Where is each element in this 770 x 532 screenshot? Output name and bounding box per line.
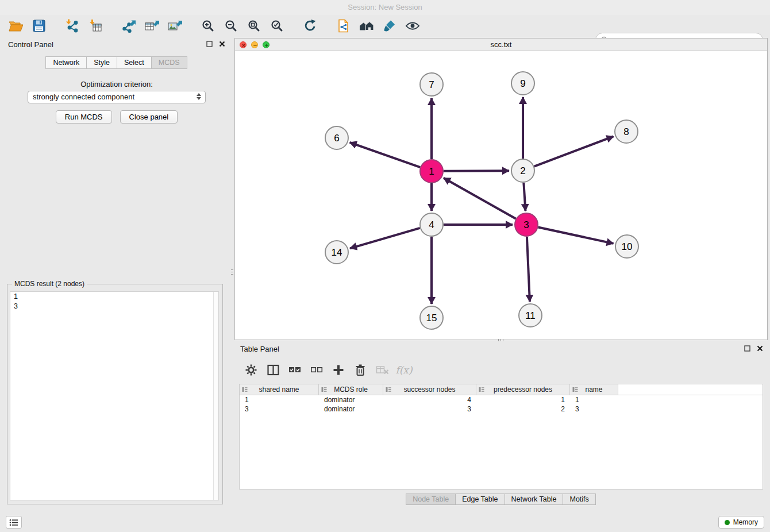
node-15[interactable]: 15: [420, 306, 443, 329]
table-cell: dominator: [319, 404, 383, 414]
gear-icon: [245, 364, 257, 376]
zoom-fit-button[interactable]: [242, 17, 265, 35]
svg-text:2: 2: [520, 165, 525, 176]
node-3[interactable]: 3: [515, 213, 538, 236]
node-8[interactable]: 8: [615, 120, 638, 143]
export-table-button[interactable]: [140, 17, 163, 35]
criterion-select[interactable]: strongly connected component: [28, 91, 206, 103]
edge-1-6[interactable]: [350, 142, 421, 167]
window-minimize-button[interactable]: [251, 41, 258, 48]
column-header-predecessor-nodes[interactable]: predecessor nodes: [476, 384, 570, 395]
import-table-button[interactable]: [84, 17, 107, 35]
home-icon: [359, 19, 375, 33]
table-toolbar: f(x): [242, 358, 413, 381]
edge-3-1[interactable]: [444, 178, 516, 219]
float-panel-icon[interactable]: [744, 345, 750, 352]
show-columns-button[interactable]: [264, 362, 282, 378]
table-row[interactable]: 1dominator411: [240, 395, 763, 404]
table-cell: 1: [476, 395, 570, 404]
memory-status-icon: [725, 520, 730, 525]
window-zoom-button[interactable]: [263, 41, 270, 48]
memory-label: Memory: [733, 518, 758, 526]
memory-button[interactable]: Memory: [718, 516, 764, 529]
network-canvas[interactable]: 7968124314101511: [235, 51, 768, 341]
tab-node-table[interactable]: Node Table: [406, 494, 456, 505]
tab-network[interactable]: Network: [45, 56, 87, 69]
float-panel-icon[interactable]: [206, 41, 213, 47]
column-header-shared-name[interactable]: shared name: [240, 384, 319, 395]
table-row[interactable]: 3dominator323: [240, 404, 763, 414]
node-1[interactable]: 1: [420, 160, 443, 183]
network-window: scc.txt 7968124314101511: [234, 38, 768, 340]
table-splitter-handle[interactable]: [493, 338, 508, 342]
plus-icon: [333, 364, 344, 376]
node-4[interactable]: 4: [420, 213, 443, 236]
refresh-icon: [303, 19, 318, 33]
import-network-button[interactable]: [61, 17, 84, 35]
tab-motifs[interactable]: Motifs: [563, 494, 595, 505]
close-panel-icon[interactable]: [219, 41, 225, 47]
close-panel-button[interactable]: Close panel: [120, 110, 178, 124]
function-builder-button: f(x): [395, 362, 413, 378]
column-header-name[interactable]: name: [570, 384, 618, 395]
node-7[interactable]: 7: [420, 73, 443, 96]
select-all-button[interactable]: [286, 362, 303, 378]
create-column-button[interactable]: [330, 362, 347, 378]
mcds-result-title: MCDS result (2 nodes): [12, 280, 87, 288]
result-item[interactable]: 1: [10, 292, 218, 302]
column-sort-icon: [572, 387, 578, 392]
zoom-fit-icon: [247, 19, 261, 33]
task-history-button[interactable]: [6, 516, 22, 529]
edge-2-8[interactable]: [534, 136, 614, 166]
zoom-in-button[interactable]: [197, 17, 220, 35]
export-network-button[interactable]: [117, 17, 140, 35]
table-cell: 3: [383, 404, 476, 414]
result-scrollbar[interactable]: [213, 292, 218, 500]
deselect-all-button[interactable]: [308, 362, 325, 378]
edge-3-11[interactable]: [527, 237, 530, 302]
tab-mcds[interactable]: MCDS: [151, 56, 187, 69]
edge-1-2[interactable]: [444, 171, 509, 171]
node-table: shared name MCDS role successor nodes pr…: [239, 384, 763, 489]
panel-splitter-handle[interactable]: [230, 264, 234, 279]
table-panel: Table Panel: [234, 342, 768, 508]
tab-edge-table[interactable]: Edge Table: [455, 494, 505, 505]
zoom-selected-button[interactable]: [265, 17, 288, 35]
node-6[interactable]: 6: [325, 126, 348, 149]
table-cell: 4: [383, 395, 476, 404]
node-2[interactable]: 2: [511, 159, 534, 182]
tab-select[interactable]: Select: [117, 56, 152, 69]
window-close-button[interactable]: [240, 41, 247, 48]
refresh-button[interactable]: [299, 17, 322, 35]
zoom-out-button[interactable]: [220, 17, 242, 35]
table-cell: dominator: [319, 395, 383, 404]
edge-3-10[interactable]: [538, 227, 614, 243]
delete-column-button[interactable]: [352, 362, 369, 378]
document-share-button[interactable]: [332, 17, 355, 35]
node-10[interactable]: 10: [615, 235, 638, 258]
apply-style-button[interactable]: [378, 17, 401, 35]
document-share-icon: [337, 19, 350, 33]
close-panel-icon[interactable]: [757, 345, 763, 352]
node-14[interactable]: 14: [325, 241, 348, 264]
eye-icon: [405, 19, 420, 33]
run-mcds-button[interactable]: Run MCDS: [56, 110, 112, 124]
node-9[interactable]: 9: [511, 72, 534, 95]
tab-network-table[interactable]: Network Table: [505, 494, 564, 505]
home-button[interactable]: [355, 17, 378, 35]
result-item[interactable]: 3: [10, 302, 218, 311]
tab-style[interactable]: Style: [86, 56, 117, 69]
export-image-button[interactable]: [163, 17, 186, 35]
open-session-button[interactable]: [5, 17, 28, 35]
node-11[interactable]: 11: [519, 304, 542, 327]
edge-4-14[interactable]: [350, 228, 420, 248]
save-session-button[interactable]: [28, 17, 51, 35]
column-sort-icon: [479, 387, 484, 392]
column-header-successor-nodes[interactable]: successor nodes: [383, 384, 476, 395]
show-details-button[interactable]: [401, 17, 424, 35]
status-bar: Memory: [0, 511, 770, 532]
edge-2-3[interactable]: [523, 183, 525, 211]
table-mode-button[interactable]: [242, 362, 260, 378]
column-header-MCDS-role[interactable]: MCDS role: [319, 384, 383, 395]
columns-icon: [267, 364, 279, 376]
